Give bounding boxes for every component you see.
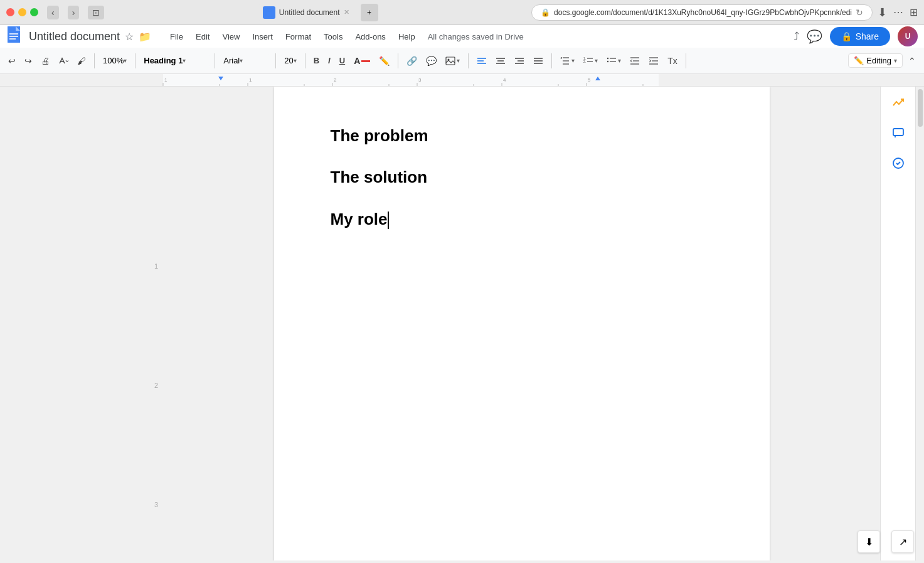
url-bar[interactable]: 🔒 docs.google.com/document/d/1K13XuRyhc0… [531,4,873,21]
save-status: All changes saved in Drive [428,32,524,41]
separator-9 [686,53,686,68]
svg-text:1: 1 [249,77,252,83]
tab-title: Untitled document [279,8,340,17]
trending-up-icon[interactable] [888,93,908,113]
align-center-button[interactable] [492,55,509,67]
align-left-button[interactable] [474,55,490,67]
decrease-indent-button[interactable] [627,54,643,68]
tab-close[interactable]: ✕ [344,8,349,16]
separator-7 [468,53,469,68]
bottom-toolbar: ⬇ ↗ [858,530,880,553]
more-options-icon[interactable]: ⋯ [893,6,903,18]
clear-formatting-button[interactable]: Tx [664,53,681,68]
appbar-right: ⤴ 💬 🔒 Share U [794,26,918,46]
menu-view[interactable]: View [216,29,246,44]
activity-icon[interactable]: ⤴ [794,30,799,43]
heading-3[interactable]: My role [331,208,713,230]
back-button[interactable]: ‹ [47,6,59,19]
image-dropdown-arrow: ▾ [457,57,460,64]
text-color-button[interactable]: A [351,53,373,68]
line-spacing-button[interactable]: ▾ [557,54,578,68]
text-cursor [388,212,389,229]
document-page[interactable]: The problem The solution My role [274,87,770,560]
minimize-button[interactable] [18,8,26,16]
main-layout: 1 2 3 4 5 The problem The solution My ro… [0,87,924,560]
svg-rect-43 [659,74,924,86]
page-number-2: 2 [154,382,158,389]
reload-button[interactable]: ↻ [856,8,863,18]
bullet-list-button[interactable]: ▾ [603,54,624,68]
heading-dropdown-arrow: ▾ [183,57,186,64]
heading-2[interactable]: The solution [331,166,713,188]
browser-tab[interactable]: Untitled document ✕ [258,4,354,21]
redo-button[interactable]: ↪ [21,53,35,68]
zoom-value: 100% [103,56,124,65]
menu-edit[interactable]: Edit [189,29,216,44]
undo-button[interactable]: ↩ [5,53,19,68]
increase-indent-button[interactable] [645,54,662,68]
font-size-selector[interactable]: 20 ▾ [281,54,299,67]
separator-2 [135,53,135,68]
menu-format[interactable]: Format [279,29,317,44]
expand-icon[interactable]: ↗ [891,530,914,553]
heading-1[interactable]: The problem [331,124,713,147]
expand-button[interactable]: ↗ [891,530,914,553]
insert-image-button[interactable]: ▾ [442,54,463,68]
spell-check-icon[interactable] [888,153,908,173]
close-button[interactable] [6,8,14,16]
comment-icon[interactable] [888,123,908,143]
italic-button[interactable]: I [325,53,334,68]
collapse-toolbar-button[interactable]: ⌃ [905,53,919,68]
separator-6 [398,53,398,68]
tab-favicon [263,6,275,19]
doc-identity: Untitled document ☆ 📁 [6,26,151,46]
comments-icon[interactable]: 💬 [807,29,822,44]
paint-format-button[interactable]: 🖌 [74,53,89,68]
font-selector[interactable]: Arial ▾ [220,54,270,67]
highlight-button[interactable]: ✏️ [376,53,393,68]
new-tab-button[interactable]: + [361,4,378,21]
star-icon[interactable]: ☆ [125,31,134,43]
document-area[interactable]: The problem The solution My role [163,87,880,560]
download-doc-button[interactable]: ⬇ [858,530,880,553]
titlebar: ‹ › ⊡ Untitled document ✕ + 🔒 docs.googl… [0,0,924,25]
download-icon[interactable]: ⬇ [878,6,887,19]
svg-text:2.: 2. [583,60,586,63]
svg-text:5: 5 [588,77,591,83]
svg-point-32 [607,60,608,62]
user-avatar[interactable]: U [898,26,918,46]
numbered-list-button[interactable]: 1.2. ▾ [580,54,601,68]
align-right-button[interactable] [511,55,528,67]
tab-layout-button[interactable]: ⊡ [88,6,104,19]
folder-icon[interactable]: 📁 [139,31,151,43]
share-button[interactable]: 🔒 Share [830,27,890,46]
scrollbar-thumb[interactable] [918,89,923,127]
underline-button[interactable]: U [336,53,348,68]
print-button[interactable]: 🖨 [38,53,53,68]
menu-tools[interactable]: Tools [317,29,349,44]
justify-button[interactable] [530,55,546,67]
menu-file[interactable]: File [164,29,189,44]
zoom-selector[interactable]: 100% ▾ [100,54,130,67]
docs-icon [6,26,24,46]
forward-button[interactable]: › [68,6,80,19]
right-sidebar [880,87,915,560]
heading-style-selector[interactable]: Heading 1 ▾ [141,54,210,67]
menu-insert[interactable]: Insert [246,29,279,44]
bold-button[interactable]: B [311,53,322,68]
scrollbar[interactable] [915,87,924,560]
menu-addons[interactable]: Add-ons [349,29,391,44]
spellcheck-button[interactable] [55,53,72,68]
split-view-icon[interactable]: ⊞ [910,6,918,18]
fullscreen-button[interactable] [30,8,38,16]
menu-help[interactable]: Help [392,29,422,44]
insert-link-button[interactable]: 🔗 [403,53,420,68]
editing-mode-button[interactable]: ✏️ Editing ▾ [848,53,903,68]
doc-title[interactable]: Untitled document [29,30,120,43]
insert-comment-button[interactable]: 💬 [423,53,440,68]
svg-rect-3 [267,11,271,12]
svg-text:3: 3 [418,77,422,83]
page-number-3: 3 [154,501,158,508]
tab-bar: Untitled document ✕ + [109,4,526,21]
bullet-list-arrow: ▾ [618,57,621,64]
